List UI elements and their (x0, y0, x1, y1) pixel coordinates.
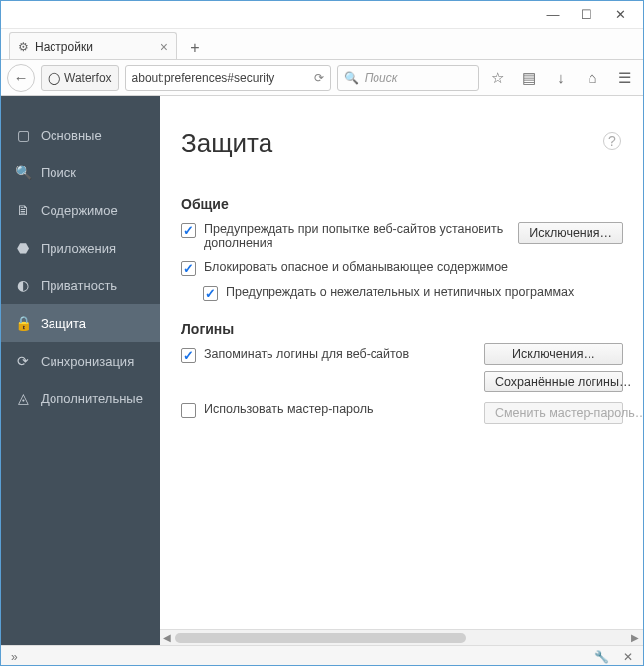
sidebar-item-privacy[interactable]: ◐Приватность (1, 267, 160, 304)
sidebar-label: Поиск (41, 166, 76, 180)
scrollbar-thumb[interactable] (175, 633, 466, 643)
tab-bar: ⚙ Настройки × + (1, 29, 643, 60)
warn-addons-checkbox[interactable] (181, 223, 196, 238)
library-button[interactable]: ▤ (516, 65, 542, 91)
sidebar-label: Защита (41, 316, 86, 331)
preferences-sidebar: ▢Основные 🔍Поиск 🗎Содержимое ⬣Приложения… (1, 96, 160, 645)
warn-unwanted-label: Предупреждать о нежелательных и нетипичн… (226, 285, 574, 299)
window-close-button[interactable]: ✕ (603, 4, 637, 26)
browser-tab[interactable]: ⚙ Настройки × (9, 32, 177, 59)
url-bar[interactable]: about:preferences#security ⟳ (125, 65, 331, 91)
warn-addons-row: Предупреждать при попытке веб-сайтов уст… (181, 222, 643, 250)
master-password-row: Использовать мастер-пароль Сменить масте… (181, 402, 643, 418)
square-icon: ▢ (15, 127, 31, 143)
preferences-content: ? Защита Общие Предупреждать при попытке… (160, 96, 643, 645)
general-section-heading: Общие (181, 196, 643, 212)
site-identity[interactable]: ◯ Waterfox (41, 65, 119, 91)
sidebar-item-content[interactable]: 🗎Содержимое (1, 191, 160, 229)
browser-name-label: Waterfox (64, 71, 112, 85)
wrench-icon[interactable]: 🔧 (594, 650, 609, 664)
general-exceptions-button[interactable]: Исключения… (518, 222, 623, 244)
bookmark-star-button[interactable]: ☆ (484, 65, 510, 91)
logins-section-heading: Логины (181, 321, 643, 337)
sidebar-item-sync[interactable]: ⟳Синхронизация (1, 342, 160, 380)
remember-logins-label: Запоминать логины для веб-сайтов (204, 347, 409, 361)
status-chevron-icon[interactable]: » (11, 650, 18, 664)
sidebar-item-general[interactable]: ▢Основные (1, 116, 160, 154)
magnifier-icon: 🔍 (15, 165, 31, 180)
status-bar: » 🔧 ✕ (1, 645, 643, 666)
block-dangerous-label: Блокировать опасное и обманывающее содер… (204, 260, 508, 274)
master-password-label: Использовать мастер-пароль (204, 402, 374, 416)
tab-close-button[interactable]: × (161, 39, 168, 55)
window-maximize-button[interactable]: ☐ (570, 4, 603, 26)
master-password-checkbox[interactable] (181, 403, 196, 418)
lock-icon: 🔒 (15, 315, 31, 331)
search-placeholder: Поиск (365, 71, 398, 85)
tab-title: Настройки (35, 40, 155, 54)
sidebar-label: Основные (41, 128, 102, 143)
warn-unwanted-checkbox[interactable] (203, 286, 218, 301)
sidebar-label: Приватность (41, 278, 117, 293)
rocket-icon: ⬣ (15, 240, 31, 256)
sidebar-label: Содержимое (41, 203, 118, 218)
new-tab-button[interactable]: + (181, 36, 209, 59)
saved-logins-button[interactable]: Сохранённые логины… (484, 371, 623, 392)
scroll-left-icon[interactable]: ◀ (160, 632, 175, 643)
logins-exceptions-button[interactable]: Исключения… (484, 343, 623, 365)
gear-icon: ⚙ (18, 40, 29, 54)
block-dangerous-row: Блокировать опасное и обманывающее содер… (181, 260, 643, 276)
window-minimize-button[interactable]: — (536, 4, 570, 26)
scroll-right-icon[interactable]: ▶ (627, 632, 643, 643)
horizontal-scrollbar[interactable]: ◀ ▶ (160, 629, 643, 645)
reload-button[interactable]: ⟳ (314, 71, 324, 85)
sidebar-label: Приложения (41, 241, 116, 256)
sidebar-item-search[interactable]: 🔍Поиск (1, 154, 160, 191)
window-titlebar: — ☐ ✕ (1, 1, 643, 29)
page-title: Защита (181, 128, 643, 159)
sidebar-item-advanced[interactable]: ◬Дополнительные (1, 380, 160, 417)
sync-icon: ⟳ (15, 353, 31, 369)
search-icon: 🔍 (344, 71, 359, 85)
mask-icon: ◐ (15, 278, 31, 293)
help-button[interactable]: ? (603, 132, 621, 150)
document-icon: 🗎 (15, 202, 31, 218)
status-close-icon[interactable]: ✕ (623, 650, 633, 664)
change-master-password-button: Сменить мастер-пароль… (484, 402, 623, 424)
sidebar-label: Синхронизация (41, 354, 134, 369)
sidebar-item-security[interactable]: 🔒Защита (1, 304, 160, 342)
waterfox-logo-icon: ◯ (48, 71, 60, 85)
menu-button[interactable]: ☰ (611, 65, 637, 91)
warn-unwanted-row: Предупреждать о нежелательных и нетипичн… (203, 285, 643, 301)
sidebar-label: Дополнительные (41, 391, 143, 406)
search-bar[interactable]: 🔍 Поиск (337, 65, 479, 91)
block-dangerous-checkbox[interactable] (181, 261, 196, 276)
remember-logins-checkbox[interactable] (181, 348, 196, 363)
back-button[interactable]: ← (7, 64, 35, 92)
downloads-button[interactable]: ↓ (548, 65, 574, 91)
hat-icon: ◬ (15, 390, 31, 406)
sidebar-item-applications[interactable]: ⬣Приложения (1, 229, 160, 267)
url-text: about:preferences#security (132, 71, 308, 85)
navigation-toolbar: ← ◯ Waterfox about:preferences#security … (1, 60, 643, 96)
home-button[interactable]: ⌂ (580, 65, 605, 91)
